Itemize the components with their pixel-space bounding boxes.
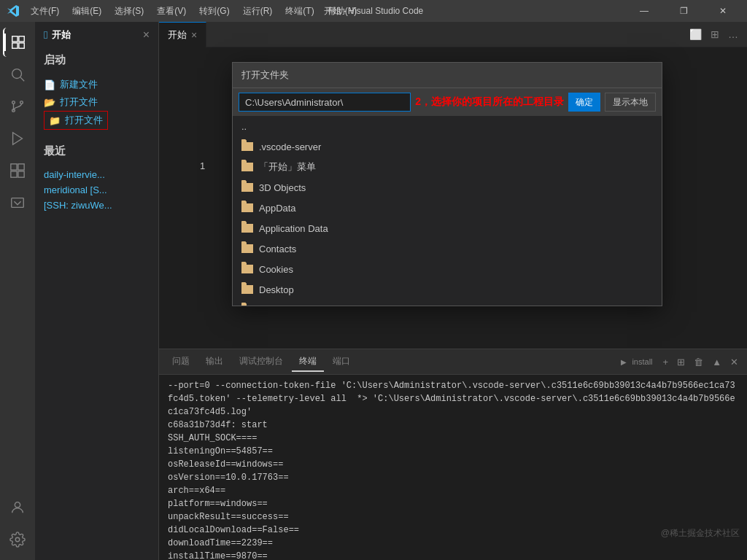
recent-item-2[interactable]: [SSH: ziwuWe... — [44, 198, 150, 213]
close-panel-button[interactable]: ✕ — [727, 355, 741, 369]
kill-terminal-button[interactable]: 🗑 — [691, 355, 706, 369]
activity-source-control[interactable] — [3, 92, 32, 121]
svg-rect-12 — [18, 164, 24, 170]
terminal-line-11: installTime==9870== — [168, 550, 738, 560]
activity-extensions[interactable] — [3, 156, 32, 185]
svg-point-8 — [20, 101, 23, 104]
list-item[interactable]: Documents — [233, 300, 662, 306]
activity-explorer[interactable] — [3, 28, 32, 57]
svg-rect-1 — [19, 36, 24, 42]
svg-rect-11 — [11, 164, 17, 170]
folder-icon — [241, 203, 253, 212]
svg-rect-15 — [12, 198, 24, 208]
menu-edit[interactable]: 编辑(E) — [66, 2, 107, 20]
folder-icon — [241, 224, 253, 233]
tab-problems[interactable]: 问题 — [165, 352, 197, 372]
tab-output[interactable]: 输出 — [198, 352, 231, 372]
list-item[interactable]: Application Data — [233, 218, 662, 238]
terminal-area: 问题 输出 调试控制台 终端 端口 ▶ install + ⊞ 🗑 ▲ ✕ — [159, 349, 747, 560]
svg-rect-2 — [12, 43, 18, 48]
split-terminal-button[interactable]: ⊞ — [674, 355, 688, 369]
folder-name: Documents — [259, 305, 307, 306]
folder-icon — [241, 142, 253, 151]
terminal-content: --port=0 --connection-token-file 'C:\Use… — [159, 375, 747, 560]
tab-start[interactable]: 开始 × — [159, 22, 206, 47]
app-container:  开始 × 启动 📄 新建文件 📂 打开文件 📁 打开文件 最近 daily-… — [0, 22, 747, 560]
activity-settings[interactable] — [3, 525, 32, 554]
activity-bar — [0, 22, 35, 560]
folder-name: Contacts — [259, 244, 296, 254]
split-editor-icon[interactable]: ⬜ — [686, 27, 705, 42]
title-bar-controls: — ❐ ✕ — [627, 0, 740, 22]
svg-rect-14 — [18, 171, 24, 177]
new-terminal-button[interactable]: + — [660, 355, 672, 369]
open-file-link[interactable]: 📂 打开文件 — [44, 93, 150, 111]
title-bar-left: 文件(F) 编辑(E) 选择(S) 查看(V) 转到(G) 运行(R) 终端(T… — [7, 2, 363, 20]
activity-remote[interactable] — [3, 188, 32, 217]
menu-terminal[interactable]: 终端(T) — [279, 2, 320, 20]
sidebar-content: 启动 📄 新建文件 📂 打开文件 📁 打开文件 最近 daily-intervi… — [35, 47, 158, 219]
svg-rect-0 — [12, 36, 18, 42]
recent-section-title: 最近 — [44, 144, 150, 158]
folder-icon — [241, 285, 253, 294]
folder-name: AppData — [259, 203, 296, 214]
more-icon[interactable]: … — [725, 27, 741, 42]
terminal-actions: ▶ install + ⊞ 🗑 ▲ ✕ — [616, 355, 741, 369]
minimize-button[interactable]: — — [627, 0, 661, 22]
tab-debug-console[interactable]: 调试控制台 — [232, 352, 290, 372]
editor-layout-icon[interactable]: ⊞ — [708, 27, 722, 42]
tab-terminal[interactable]: 终端 — [292, 352, 324, 372]
file-path-input[interactable] — [239, 93, 411, 112]
folder-name: Desktop — [259, 284, 294, 295]
file-open-dialog: 打开文件夹 2，选择你的项目所在的工程目录 确定 显示本地 .. .vscod — [232, 62, 662, 306]
svg-rect-13 — [11, 171, 17, 177]
svg-marker-10 — [13, 133, 23, 145]
folder-name-application-data: Application Data — [259, 223, 328, 234]
recent-item-0[interactable]: daily-intervie... — [44, 167, 150, 182]
folder-icon — [241, 163, 253, 171]
confirm-button[interactable]: 确定 — [568, 93, 600, 112]
terminal-line-5: osVersion==10.0.17763== — [168, 471, 738, 484]
menu-run[interactable]: 运行(R) — [237, 2, 279, 20]
list-item[interactable]: Desktop — [233, 279, 662, 300]
maximize-panel-button[interactable]: ▲ — [709, 355, 724, 369]
close-button[interactable]: ✕ — [706, 0, 740, 22]
vscode-icon — [7, 5, 19, 17]
terminal-line-7: platform==windows== — [168, 497, 738, 510]
menu-bar: 文件(F) 编辑(E) 选择(S) 查看(V) 转到(G) 运行(R) 终端(T… — [25, 2, 363, 20]
show-local-button[interactable]: 显示本地 — [605, 93, 656, 112]
terminal-line-3: listeningOn==54857== — [168, 445, 738, 458]
terminal-line-2: SSH_AUTH_SOCK==== — [168, 432, 738, 445]
list-item[interactable]: Cookies — [233, 259, 662, 279]
list-item[interactable]: Contacts — [233, 238, 662, 259]
terminal-line-8: unpackResult==success== — [168, 510, 738, 524]
recent-item-1[interactable]: meridional [S... — [44, 182, 150, 198]
activity-run[interactable] — [3, 124, 32, 153]
start-section-title: 启动 — [44, 53, 150, 67]
open-folder-link[interactable]: 📁 打开文件 — [44, 111, 108, 130]
menu-file[interactable]: 文件(F) — [25, 2, 65, 20]
list-item-dotdot[interactable]: .. — [233, 116, 662, 136]
folder-icon — [241, 244, 253, 253]
new-file-link[interactable]: 📄 新建文件 — [44, 76, 150, 93]
activity-search[interactable] — [3, 60, 32, 89]
instruction-text: 2，选择你的项目所在的工程目录 — [415, 96, 564, 109]
sidebar-close-button[interactable]: × — [143, 28, 150, 42]
menu-goto[interactable]: 转到(G) — [193, 2, 235, 20]
folder-name: 3D Objects — [259, 182, 306, 193]
list-item[interactable]: AppData — [233, 198, 662, 218]
list-item[interactable]: .vscode-server — [233, 136, 662, 157]
svg-line-5 — [20, 77, 24, 81]
tab-close-icon[interactable]: × — [191, 29, 197, 41]
list-item[interactable]: 3D Objects — [233, 177, 662, 198]
file-dialog-input-row: 2，选择你的项目所在的工程目录 确定 显示本地 — [233, 88, 662, 116]
new-file-icon: 📄 — [44, 79, 55, 90]
list-item[interactable]: 「开始」菜单 — [233, 157, 662, 177]
tab-ports[interactable]: 端口 — [325, 352, 357, 372]
menu-select[interactable]: 选择(S) — [109, 2, 150, 20]
open-folder-icon: 📁 — [49, 115, 61, 126]
activity-account[interactable] — [3, 493, 32, 522]
maximize-button[interactable]: ❐ — [667, 0, 700, 22]
folder-icon — [241, 183, 253, 192]
menu-view[interactable]: 查看(V) — [151, 2, 192, 20]
